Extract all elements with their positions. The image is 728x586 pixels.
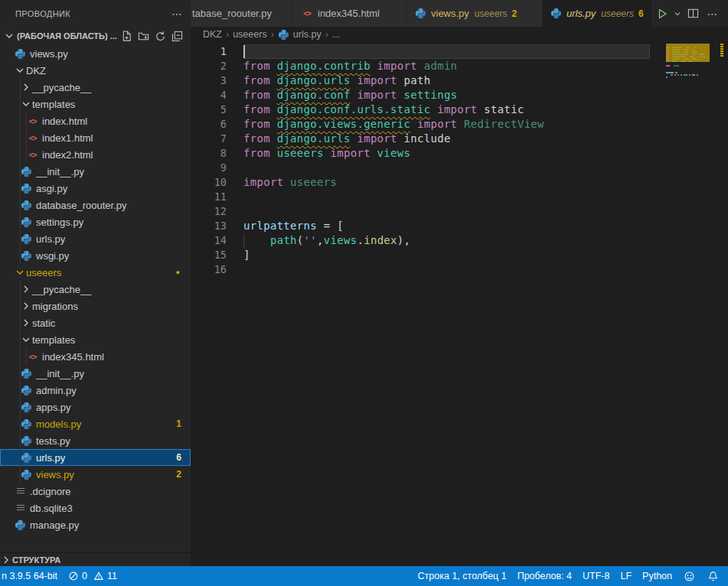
tree-file-wsgi.py[interactable]: wsgi.py [0, 247, 191, 264]
python-interpreter-status[interactable]: n 3.9.5 64-bit [0, 566, 63, 586]
tree-file-models.py[interactable]: models.py1 [0, 415, 191, 432]
tree-file-__init__.py[interactable]: __init__.py [0, 163, 191, 180]
html-file-icon: <> [26, 115, 39, 127]
tab-views.py[interactable]: views.pyuseeers2 [406, 0, 543, 27]
chevron-down-icon [14, 266, 26, 278]
status-bar: n 3.9.5 64-bit 0 11 Строка 1, столбец 1 … [0, 566, 728, 586]
tree-folder-useeers[interactable]: useeers● [0, 264, 191, 281]
line-number: 9 [191, 161, 227, 175]
tree-file-.dcignore[interactable]: .dcignore [0, 483, 191, 500]
tabs: tabase_roouter.py<>index345.htmlviews.py… [191, 0, 652, 27]
indentation-status[interactable]: Пробелов: 4 [512, 566, 577, 586]
explorer-title: ПРОВОДНИК [15, 9, 70, 18]
tree-file-index345.html[interactable]: <>index345.html [0, 348, 191, 365]
code-line-15[interactable]: 15] [191, 248, 659, 262]
tree-folder-templates[interactable]: templates [0, 96, 191, 112]
new-folder-icon[interactable] [135, 28, 151, 44]
code-line-16[interactable]: 16 [191, 262, 659, 277]
tree-folder-static[interactable]: static [0, 314, 191, 331]
more-actions-icon[interactable]: ⋯ [703, 5, 723, 23]
code-line-14[interactable]: 14 path('',views.index), [191, 233, 659, 248]
breadcrumb-item-useeers[interactable]: useeers [233, 29, 266, 40]
tree-file-urls.py[interactable]: urls.py [0, 230, 191, 247]
tree-file-asgi.py[interactable]: asgi.py [0, 180, 191, 197]
tab-urls.py[interactable]: urls.pyuseeers6× [543, 0, 652, 27]
outline-section-header[interactable]: СТРУКТУРА [0, 552, 191, 566]
code-line-3[interactable]: 3from django.urls import path [191, 73, 659, 88]
tree-folder-__pycache__[interactable]: __pycache__ [0, 79, 191, 96]
notifications-bell-icon[interactable] [701, 566, 728, 586]
warning-icon [93, 571, 104, 581]
code-line-1[interactable]: 1 [191, 44, 659, 59]
line-number: 16 [191, 262, 227, 277]
code-line-12[interactable]: 12 [191, 204, 659, 219]
tab-index345.html[interactable]: <>index345.html [293, 0, 406, 27]
code-line-11[interactable]: 11 [191, 190, 659, 204]
tree-file-tests.py[interactable]: tests.py [0, 432, 191, 449]
encoding-status[interactable]: UTF-8 [577, 566, 615, 586]
python-file-icon [20, 367, 33, 379]
line-number: 11 [191, 190, 227, 204]
workspace-section-header[interactable]: (РАБОЧАЯ ОБЛАСТЬ) ... [0, 27, 191, 45]
code-line-5[interactable]: 5from django.conf.urls.static import sta… [191, 103, 659, 117]
tree-file-admin.py[interactable]: admin.py [0, 382, 191, 399]
language-mode-status[interactable]: Python [637, 566, 677, 586]
breadcrumb-separator: › [325, 29, 328, 40]
html-file-icon: <> [26, 132, 39, 144]
tree-file-views.py[interactable]: views.py [0, 45, 191, 62]
code-line-10[interactable]: 10import useeers [191, 175, 659, 190]
tree-file-urls.py[interactable]: urls.py6 [0, 449, 191, 466]
minimap[interactable] [666, 44, 720, 80]
html-file-icon: <> [301, 9, 313, 18]
python-file-icon [20, 233, 33, 245]
tree-file-index2.html[interactable]: <>index2.html [0, 146, 191, 163]
chevron-down-icon [20, 334, 32, 346]
python-file-icon [414, 8, 426, 19]
breadcrumb-item-file[interactable]: urls.py [293, 29, 322, 40]
tree-file-index1.html[interactable]: <>index1.html [0, 129, 191, 146]
code-line-6[interactable]: 6from django.views.generic import Redire… [191, 117, 659, 132]
tree-folder-migrations[interactable]: migrations [0, 298, 191, 314]
cursor-position-status[interactable]: Строка 1, столбец 1 [413, 566, 512, 586]
code-line-2[interactable]: 2from django.contrib import admin [191, 59, 659, 73]
tree-file-apps.py[interactable]: apps.py [0, 399, 191, 415]
code-line-8[interactable]: 8from useeers import views [191, 146, 659, 161]
problems-status[interactable]: 0 11 [63, 566, 122, 586]
new-file-icon[interactable] [119, 28, 134, 44]
tree-file-index.html[interactable]: <>index.html [0, 112, 191, 129]
breadcrumb-item-DKZ[interactable]: DKZ [203, 29, 222, 40]
tree-file-database_roouter.py[interactable]: database_roouter.py [0, 197, 191, 213]
python-file-icon [20, 451, 33, 464]
run-icon[interactable] [652, 5, 672, 23]
explorer-sidebar: ПРОВОДНИК ⋯ (РАБОЧАЯ ОБЛАСТЬ) ... views.… [0, 0, 191, 566]
python-file-icon [14, 47, 27, 60]
explorer-more-icon[interactable]: ⋯ [171, 8, 183, 20]
tab-bar: tabase_roouter.py<>index345.htmlviews.py… [191, 0, 728, 27]
collapse-all-icon[interactable] [169, 28, 184, 44]
line-number: 5 [191, 103, 227, 117]
code-line-7[interactable]: 7from django.urls import include [191, 132, 659, 146]
split-editor-icon[interactable] [683, 5, 703, 23]
tree-file-__init__.py[interactable]: __init__.py [0, 365, 191, 382]
tree-file-views.py[interactable]: views.py2 [0, 466, 191, 483]
code-line-13[interactable]: 13urlpatterns = [ [191, 219, 659, 233]
editor-actions: ⋯ [652, 0, 728, 27]
outline-section-label: СТРУКТУРА [12, 555, 60, 565]
refresh-icon[interactable] [152, 28, 168, 44]
tree-folder-DKZ[interactable]: DKZ [0, 62, 191, 79]
run-dropdown-icon[interactable] [672, 5, 683, 23]
breadcrumb-symbol-tail[interactable]: ... [332, 29, 340, 40]
chevron-right-icon [20, 81, 32, 93]
feedback-icon[interactable] [677, 566, 701, 586]
tree-folder-templates[interactable]: templates [0, 331, 191, 348]
tree-file-db.sqlite3[interactable]: db.sqlite3 [0, 500, 191, 516]
code-editor[interactable]: 12from django.contrib import admin3from … [191, 42, 728, 566]
tree-file-manage.py[interactable]: manage.py [0, 516, 191, 533]
tree-folder-__pycache__[interactable]: __pycache__ [0, 281, 191, 298]
tree-file-settings.py[interactable]: settings.py [0, 213, 191, 230]
code-line-9[interactable]: 9 [191, 161, 659, 175]
python-file-icon [20, 216, 33, 228]
code-line-4[interactable]: 4from django.conf import settings [191, 88, 659, 103]
eol-status[interactable]: LF [615, 566, 637, 586]
tab-tabase_roouter.py[interactable]: tabase_roouter.py [191, 0, 293, 27]
